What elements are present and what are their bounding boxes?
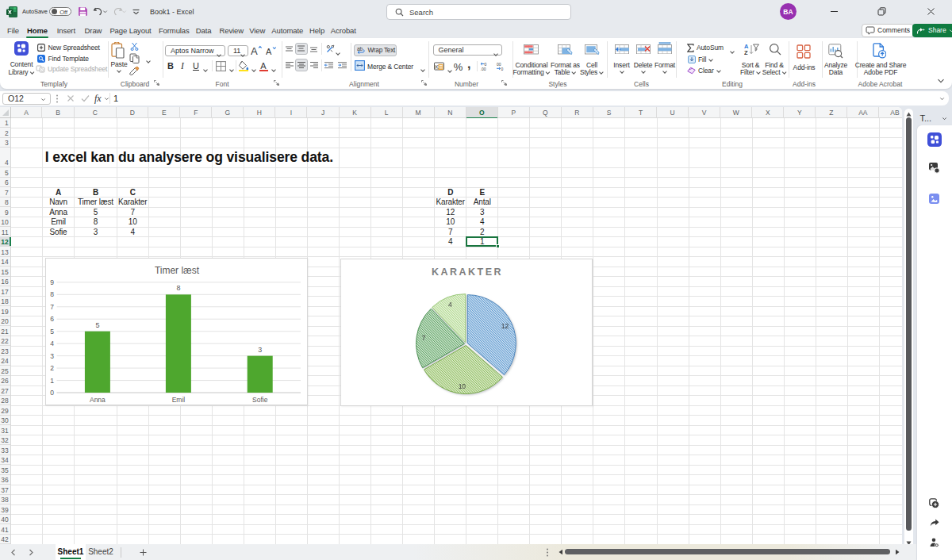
people-button[interactable] (917, 538, 952, 547)
accounting-dropdown[interactable] (447, 65, 452, 75)
cell-N10[interactable]: 10 (435, 217, 466, 228)
wrap-text-button[interactable]: ab Wrap Text (354, 44, 397, 57)
column-header-M[interactable]: M (403, 107, 435, 118)
column-header-U[interactable]: U (657, 107, 689, 118)
cell-D7[interactable]: C (117, 187, 148, 198)
row-header-31[interactable]: 31 (0, 425, 10, 435)
cell-O10[interactable]: 4 (466, 217, 498, 228)
row-header-32[interactable]: 32 (0, 435, 10, 446)
find-template-button[interactable]: Find Template (37, 55, 89, 63)
fill-handle[interactable] (496, 244, 500, 248)
align-top-button[interactable] (286, 46, 293, 52)
borders-button[interactable] (216, 61, 226, 71)
column-header-D[interactable]: D (117, 107, 148, 118)
italic-button[interactable]: I (181, 61, 184, 71)
cell-N7[interactable]: D (435, 187, 466, 198)
row-header-19[interactable]: 19 (0, 306, 10, 316)
row-header-5[interactable]: 5 (0, 167, 10, 178)
tab-insert[interactable]: Insert (56, 23, 77, 38)
column-header-N[interactable]: N (435, 107, 466, 118)
fx-button[interactable]: fx (94, 93, 102, 105)
cell-N9[interactable]: 12 (435, 207, 466, 217)
cell-B8[interactable]: Navn (42, 198, 74, 208)
merge-center-dropdown[interactable] (420, 64, 425, 74)
increase-indent-button[interactable] (338, 62, 347, 69)
cell-N12[interactable]: 4 (435, 237, 466, 247)
stock-image-button[interactable] (917, 194, 952, 204)
cell-O9[interactable]: 3 (466, 207, 498, 217)
new-spreadsheet-button[interactable]: New Spreadsheet (37, 44, 100, 52)
alignment-launcher[interactable] (421, 80, 427, 86)
decrease-indent-button[interactable] (324, 62, 333, 69)
row-header-1[interactable]: 1 (0, 118, 10, 128)
font-launcher[interactable] (274, 80, 279, 86)
align-middle-button[interactable] (295, 43, 308, 56)
cell-D11[interactable]: 4 (117, 227, 148, 237)
tab-draw[interactable]: Draw (83, 23, 104, 38)
tab-review[interactable]: Review (218, 23, 246, 38)
cell-B7[interactable]: A (42, 187, 74, 198)
column-header-Q[interactable]: Q (530, 107, 562, 118)
autosum-button[interactable]: AutoSum (687, 44, 724, 52)
bold-button[interactable]: B (167, 61, 174, 71)
row-header-33[interactable]: 33 (0, 445, 10, 455)
cell-C10[interactable]: 8 (75, 217, 117, 228)
borders-dropdown[interactable] (229, 64, 234, 74)
column-header-C[interactable]: C (75, 107, 117, 118)
column-header-AA[interactable]: AA (847, 107, 879, 118)
column-header-V[interactable]: V (689, 107, 720, 118)
cell-C9[interactable]: 5 (75, 207, 117, 217)
column-header-I[interactable]: I (275, 107, 307, 118)
column-header-AB[interactable]: AB (879, 107, 902, 118)
enter-icon[interactable] (81, 94, 90, 102)
column-header-J[interactable]: J (308, 107, 340, 118)
hscroll-left-icon[interactable] (558, 549, 563, 555)
row-header-22[interactable]: 22 (0, 336, 10, 347)
row-header-7[interactable]: 7 (0, 187, 10, 198)
row-header-28[interactable]: 28 (0, 396, 10, 406)
tabstrip-grip[interactable] (546, 548, 549, 557)
horizontal-scroll-thumb[interactable] (565, 549, 890, 554)
name-box[interactable]: O12 (2, 93, 51, 105)
row-header-35[interactable]: 35 (0, 465, 10, 475)
font-name-select[interactable]: Aptos Narrow (165, 45, 225, 56)
vertical-scrollbar[interactable] (904, 109, 913, 549)
next-sheet-icon[interactable] (28, 549, 34, 556)
percent-style-button[interactable]: % (454, 61, 463, 73)
row-header-16[interactable]: 16 (0, 277, 10, 287)
tab-formulas[interactable]: Formulas (157, 23, 191, 38)
row-header-40[interactable]: 40 (0, 515, 10, 525)
cell-C7[interactable]: B (75, 187, 117, 198)
row-header-26[interactable]: 26 (0, 376, 10, 386)
column-header-Z[interactable]: Z (816, 107, 847, 118)
row-header-12[interactable]: 12 (0, 237, 10, 247)
redo-dropdown[interactable] (121, 0, 127, 23)
row-header-17[interactable]: 17 (0, 286, 10, 297)
column-header-A[interactable]: A (11, 107, 43, 118)
clear-button[interactable]: Clear (687, 67, 721, 75)
formulabar-grip[interactable] (56, 94, 59, 103)
cell-N8[interactable]: Karakter (435, 198, 466, 208)
number-launcher[interactable] (501, 80, 507, 86)
cancel-icon[interactable] (67, 94, 75, 102)
close-button[interactable] (915, 0, 946, 23)
font-color-button[interactable]: A (259, 60, 269, 71)
fill-color-button[interactable] (238, 60, 249, 71)
align-bottom-button[interactable] (310, 46, 317, 52)
row-header-14[interactable]: 14 (0, 257, 10, 267)
underline-dropdown[interactable] (203, 64, 208, 74)
search-input[interactable]: Search (386, 4, 571, 20)
row-header-15[interactable]: 15 (0, 267, 10, 277)
row-header-30[interactable]: 30 (0, 416, 10, 426)
row-header-27[interactable]: 27 (0, 385, 10, 396)
orientation-dropdown[interactable] (336, 48, 340, 57)
cell-B11[interactable]: Sofie (42, 227, 74, 237)
decrease-decimal-button[interactable]: 000 (496, 62, 504, 71)
column-header-O[interactable]: O (466, 107, 498, 118)
cell-C8[interactable]: Timer læst (75, 198, 117, 208)
row-header-37[interactable]: 37 (0, 485, 10, 495)
row-header-3[interactable]: 3 (0, 138, 10, 148)
underline-button[interactable]: U (193, 61, 199, 71)
update-spreadsheet-button[interactable]: Update Spreadsheet (36, 65, 107, 73)
autosave-toggle[interactable]: Off (49, 0, 71, 23)
